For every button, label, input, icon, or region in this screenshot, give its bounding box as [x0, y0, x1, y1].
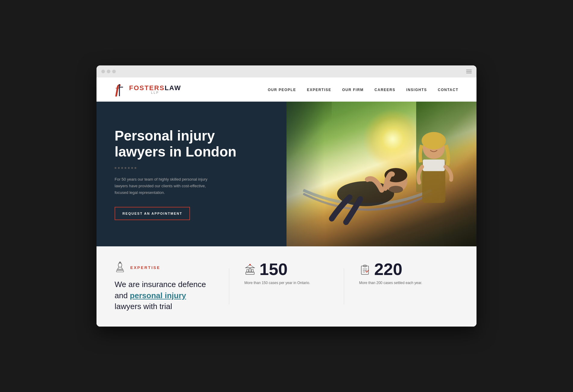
browser-frame: f FOSTERSLAW LLP OUR PEOPLE EXPERTISE OU… — [97, 65, 476, 326]
nav-link-careers[interactable]: CAREERS — [375, 88, 395, 92]
website-content: f FOSTERSLAW LLP OUR PEOPLE EXPERTISE OU… — [97, 77, 476, 326]
nav-item-our-firm[interactable]: OUR FIRM — [342, 87, 364, 92]
main-nav: f FOSTERSLAW LLP OUR PEOPLE EXPERTISE OU… — [97, 77, 476, 102]
stat-2-top: 220 — [359, 261, 443, 278]
depth-overlay — [286, 102, 476, 246]
expertise-label-row: EXPERTISE — [115, 261, 211, 274]
menu-line — [466, 71, 472, 72]
svg-rect-17 — [249, 269, 251, 272]
svg-rect-20 — [249, 264, 251, 265]
browser-chrome — [97, 65, 476, 77]
hero-left: Personal injury lawyers in London For 50… — [97, 102, 286, 246]
hero-description: For 50 years our team of highly skilled … — [115, 176, 211, 196]
court-icon — [244, 264, 256, 275]
hero-divider — [115, 167, 268, 169]
browser-menu-icon[interactable] — [466, 70, 472, 73]
svg-text:f: f — [115, 82, 121, 97]
hero-photo — [286, 102, 476, 246]
nav-links: OUR PEOPLE EXPERTISE OUR FIRM CAREERS IN… — [268, 87, 458, 92]
logo-fosters: FOSTERS — [129, 84, 165, 92]
nav-item-expertise[interactable]: EXPERTISE — [307, 87, 331, 92]
divider-dot — [118, 167, 120, 169]
browser-dots — [101, 70, 116, 73]
menu-line — [466, 73, 472, 73]
stat-1-description: More than 150 cases per year in Ontario. — [244, 280, 328, 286]
divider-dot — [125, 167, 126, 169]
hero-image — [286, 102, 476, 246]
logo-brand-name: FOSTERSLAW — [129, 85, 181, 91]
stat-2-number: 220 — [374, 261, 402, 278]
stat-1-number: 150 — [259, 261, 287, 278]
logo-llp: LLP — [129, 91, 181, 94]
stat-item-1: 150 More than 150 cases per year in Onta… — [229, 261, 343, 286]
chess-icon — [115, 261, 125, 274]
expertise-label-text: EXPERTISE — [130, 265, 160, 270]
stats-heading-highlight[interactable]: personal injury — [130, 291, 186, 300]
dot-yellow — [107, 70, 110, 73]
nav-item-careers[interactable]: CAREERS — [375, 87, 395, 92]
stat-2-description: More than 200 cases settled each year. — [359, 280, 443, 286]
dot-green — [112, 70, 116, 73]
clipboard-icon — [359, 264, 371, 275]
logo-law: LAW — [165, 84, 181, 92]
logo[interactable]: f FOSTERSLAW LLP — [115, 82, 181, 97]
nav-item-insights[interactable]: INSIGHTS — [406, 87, 427, 92]
divider-dot — [121, 167, 123, 169]
nav-link-our-firm[interactable]: OUR FIRM — [342, 88, 364, 92]
svg-rect-12 — [116, 270, 124, 272]
stats-heading-rest: lawyers with trial — [115, 302, 172, 311]
nav-link-expertise[interactable]: EXPERTISE — [307, 88, 331, 92]
divider-dot — [128, 167, 130, 169]
hero-title: Personal injury lawyers in London — [115, 128, 268, 160]
dot-red — [101, 70, 105, 73]
nav-link-insights[interactable]: INSIGHTS — [406, 88, 427, 92]
stat-1-top: 150 — [244, 261, 328, 278]
hero-section: Personal injury lawyers in London For 50… — [97, 102, 476, 246]
menu-line — [466, 70, 472, 70]
nav-link-contact[interactable]: CONTACT — [438, 88, 458, 92]
stat-item-2: 220 More than 200 cases settled each yea… — [344, 261, 458, 286]
divider-dot — [115, 167, 116, 169]
stats-section: EXPERTISE We are insurance defence and p… — [97, 246, 476, 326]
nav-link-our-people[interactable]: OUR PEOPLE — [268, 88, 296, 92]
svg-rect-21 — [361, 266, 369, 274]
stats-heading: We are insurance defence and personal in… — [115, 279, 211, 312]
logo-icon: f — [115, 82, 127, 97]
request-appointment-button[interactable]: REQUEST AN APPOINTMENT — [115, 207, 190, 220]
nav-item-our-people[interactable]: OUR PEOPLE — [268, 87, 296, 92]
divider-dot — [131, 167, 133, 169]
logo-text: FOSTERSLAW LLP — [129, 85, 181, 94]
expertise-block: EXPERTISE We are insurance defence and p… — [115, 261, 229, 312]
divider-dot — [135, 167, 136, 169]
nav-item-contact[interactable]: CONTACT — [438, 87, 458, 92]
